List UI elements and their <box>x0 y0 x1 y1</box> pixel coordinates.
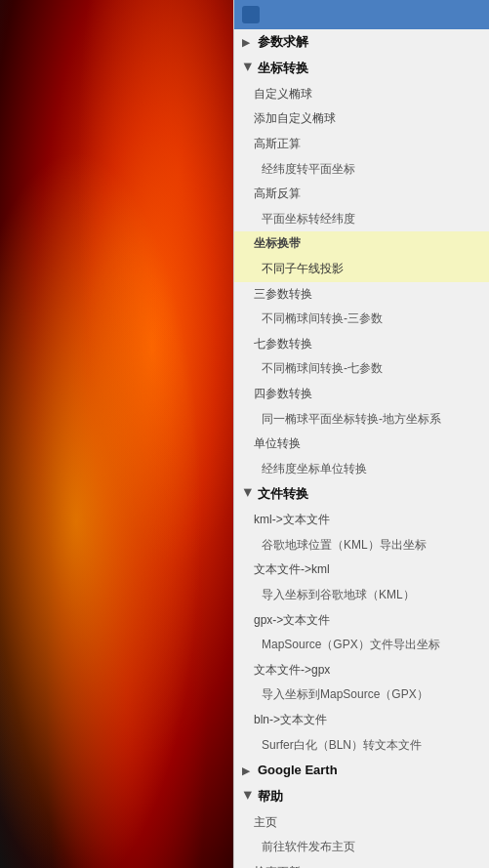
menu-item-gpx-to-text[interactable]: gpx->文本文件 <box>234 608 489 634</box>
menu-label-help: 帮助 <box>258 789 283 806</box>
menu-item-kml-to-text[interactable]: kml->文本文件 <box>234 508 489 533</box>
menu-item-text-to-kml[interactable]: 文本文件->kml <box>234 558 489 583</box>
menu-item-three-param-sub[interactable]: 不同椭球间转换-三参数 <box>234 307 489 332</box>
menu-item-kml-to-text-sub[interactable]: 谷歌地球位置（KML）导出坐标 <box>234 533 489 558</box>
menu-item-coord-zone-sub[interactable]: 不同子午线投影 <box>234 257 489 282</box>
menu-item-bln-to-text[interactable]: bln->文本文件 <box>234 708 489 733</box>
menu-item-unit-convert-sub[interactable]: 经纬度坐标单位转换 <box>234 457 489 482</box>
menu-item-param-solve[interactable]: ▶参数求解 <box>234 29 489 56</box>
menu-item-coord-convert[interactable]: ▶坐标转换 <box>234 56 489 82</box>
arrow-icon-help: ▶ <box>242 791 255 803</box>
menu-item-add-custom-ellipsoid[interactable]: 添加自定义椭球 <box>234 106 489 132</box>
menu-item-home[interactable]: 主页 <box>234 810 489 836</box>
menu-item-text-to-kml-sub[interactable]: 导入坐标到谷歌地球（KML） <box>234 583 489 608</box>
menu-label-google-earth: Google Earth <box>258 763 338 779</box>
menu-item-google-earth[interactable]: ▶Google Earth <box>234 758 489 784</box>
arrow-icon-google-earth: ▶ <box>242 765 254 777</box>
close-button[interactable] <box>462 5 481 24</box>
menu-item-seven-param[interactable]: 七参数转换 <box>234 332 489 357</box>
menu-item-help[interactable]: ▶帮助 <box>234 784 489 810</box>
menu-label-param-solve: 参数求解 <box>258 34 308 51</box>
menu-item-unit-convert[interactable]: 单位转换 <box>234 432 489 457</box>
background <box>0 0 254 868</box>
menu-label-coord-convert: 坐标转换 <box>258 61 308 77</box>
menu-item-bln-to-text-sub[interactable]: Surfer白化（BLN）转文本文件 <box>234 733 489 759</box>
menu-item-gauss-inverse-sub[interactable]: 平面坐标转经纬度 <box>234 207 489 232</box>
title-bar <box>234 0 489 29</box>
arrow-icon-file-convert: ▶ <box>242 489 255 501</box>
menu-item-gauss-forward-sub[interactable]: 经纬度转平面坐标 <box>234 157 489 183</box>
menu-label-file-convert: 文件转换 <box>258 486 308 503</box>
arrow-icon-coord-convert: ▶ <box>242 62 255 74</box>
menu-item-file-convert[interactable]: ▶文件转换 <box>234 481 489 508</box>
arrow-icon-param-solve: ▶ <box>242 36 254 49</box>
menu-item-gauss-forward[interactable]: 高斯正算 <box>234 132 489 157</box>
menu-item-text-to-gpx-sub[interactable]: 导入坐标到MapSource（GPX） <box>234 682 489 708</box>
menu-panel: ▶参数求解▶坐标转换自定义椭球添加自定义椭球高斯正算经纬度转平面坐标高斯反算平面… <box>233 0 489 868</box>
app-icon <box>242 6 260 23</box>
menu-item-three-param[interactable]: 三参数转换 <box>234 282 489 308</box>
menu-item-four-param[interactable]: 四参数转换 <box>234 382 489 407</box>
menu-item-gauss-inverse[interactable]: 高斯反算 <box>234 182 489 207</box>
menu-item-custom-ellipsoid[interactable]: 自定义椭球 <box>234 82 489 107</box>
menu-item-coord-zone[interactable]: 坐标换带 <box>234 231 489 257</box>
menu-item-text-to-gpx[interactable]: 文本文件->gpx <box>234 658 489 683</box>
menu-item-check-update[interactable]: 检查更新 <box>234 860 489 868</box>
menu-item-home-sub[interactable]: 前往软件发布主页 <box>234 835 489 860</box>
menu-item-four-param-sub[interactable]: 同一椭球平面坐标转换-地方坐标系 <box>234 407 489 433</box>
menu-item-gpx-to-text-sub[interactable]: MapSource（GPX）文件导出坐标 <box>234 633 489 658</box>
menu-container: ▶参数求解▶坐标转换自定义椭球添加自定义椭球高斯正算经纬度转平面坐标高斯反算平面… <box>234 29 489 868</box>
menu-item-seven-param-sub[interactable]: 不同椭球间转换-七参数 <box>234 356 489 382</box>
